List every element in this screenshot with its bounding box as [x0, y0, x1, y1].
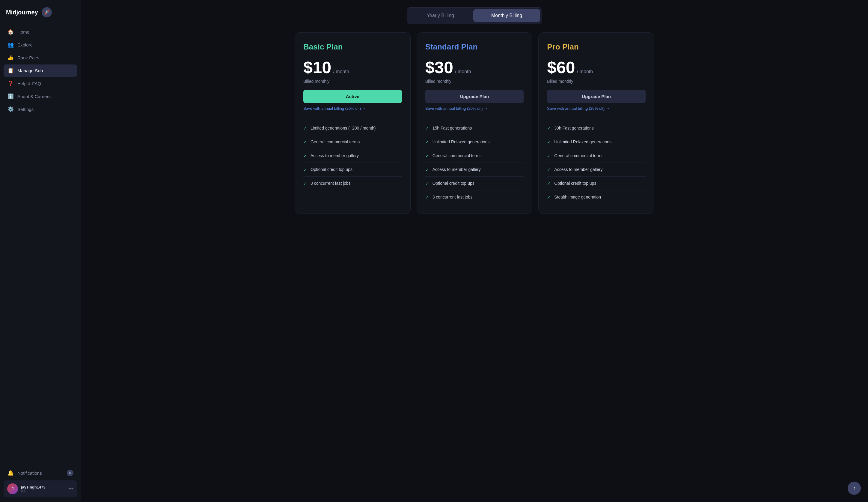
feature-item: ✓ Unlimited Relaxed generations [425, 135, 524, 149]
check-icon: ✓ [303, 140, 307, 145]
plan-price: $60 [547, 58, 575, 77]
feature-item: ✓ 15h Fast generations [425, 121, 524, 135]
explore-icon: 👥 [7, 42, 14, 48]
settings-icon: ⚙️ [7, 106, 14, 112]
yearly-billing-option[interactable]: Yearly Billing [409, 9, 472, 22]
feature-text: Access to member gallery [554, 167, 602, 172]
plan-per: / month [455, 69, 471, 74]
plan-card-standard: Standard Plan $30 / month Billed monthly… [417, 32, 533, 214]
manage-sub-icon: 📋 [7, 68, 14, 74]
sidebar-item-help-faq[interactable]: ❓ Help & FAQ [3, 78, 77, 90]
scroll-to-top-button[interactable]: ↑ [848, 482, 861, 495]
sidebar-item-label: Help & FAQ [17, 81, 41, 86]
feature-item: ✓ 3 concurrent fast jobs [303, 177, 402, 190]
feature-text: Optional credit top ups [554, 181, 596, 186]
check-icon: ✓ [547, 181, 550, 186]
check-icon: ✓ [547, 167, 550, 172]
check-icon: ✓ [547, 154, 550, 158]
sidebar-item-label: Manage Sub [17, 68, 43, 73]
app-name: Midjourney [6, 9, 38, 16]
sidebar-item-label: About & Careers [17, 94, 51, 99]
bell-icon: 🔔 [7, 470, 14, 476]
feature-text: General commercial terms [310, 140, 360, 144]
check-icon: ✓ [425, 126, 429, 131]
billing-toggle-container: Yearly Billing Monthly Billing [91, 7, 858, 24]
feature-text: Unlimited Relaxed generations [554, 140, 611, 144]
chevron-icon: › [72, 107, 73, 112]
user-hash: #0 [21, 489, 65, 493]
feature-item: ✓ General commercial terms [303, 135, 402, 149]
check-icon: ✓ [425, 140, 429, 145]
plans-grid: Basic Plan $10 / month Billed monthly Ac… [294, 32, 654, 214]
feature-text: General commercial terms [433, 153, 482, 158]
plan-price-row: $60 / month [547, 58, 645, 77]
feature-text: 15h Fast generations [433, 126, 472, 131]
plan-pro-button[interactable]: Upgrade Plan [547, 90, 645, 103]
feature-text: Limited generations (~200 / month) [310, 126, 376, 131]
feature-item: ✓ 3 concurrent fast jobs [425, 191, 524, 204]
sidebar-item-about-careers[interactable]: ℹ️ About & Careers [3, 90, 77, 103]
feature-item: ✓ General commercial terms [425, 149, 524, 163]
sidebar-item-rank-pairs[interactable]: 👍 Rank Pairs [3, 52, 77, 64]
sidebar-item-manage-sub[interactable]: 📋 Manage Sub [3, 64, 77, 77]
plan-card-pro: Pro Plan $60 / month Billed monthly Upgr… [538, 32, 654, 214]
plan-name: Pro Plan [547, 42, 645, 52]
feature-text: 3 concurrent fast jobs [433, 195, 473, 199]
plan-standard-button[interactable]: Upgrade Plan [425, 90, 524, 103]
feature-item: ✓ General commercial terms [547, 149, 645, 163]
plan-card-basic: Basic Plan $10 / month Billed monthly Ac… [294, 32, 411, 214]
plan-billed: Billed monthly [303, 79, 402, 84]
plan-save-link[interactable]: Save with annual billing (20% off) → [425, 106, 524, 111]
user-profile[interactable]: J jaysingh1473 #0 ••• [3, 480, 77, 497]
sidebar-logo: Midjourney 🚀 [0, 0, 81, 23]
feature-item: ✓ Stealth image generation [547, 191, 645, 204]
notifications-badge: 0 [67, 470, 73, 476]
monthly-billing-option[interactable]: Monthly Billing [473, 9, 540, 22]
check-icon: ✓ [303, 167, 307, 172]
feature-item: ✓ Access to member gallery [425, 163, 524, 177]
check-icon: ✓ [425, 181, 429, 186]
feature-text: Stealth image generation [554, 195, 601, 199]
rank-pairs-icon: 👍 [7, 54, 14, 61]
plan-price-row: $10 / month [303, 58, 402, 77]
plan-features: ✓ Limited generations (~200 / month) ✓ G… [303, 121, 402, 190]
plan-billed: Billed monthly [547, 79, 645, 84]
check-icon: ✓ [303, 154, 307, 158]
check-icon: ✓ [425, 167, 429, 172]
check-icon: ✓ [547, 140, 550, 145]
plan-price: $10 [303, 58, 331, 77]
feature-item: ✓ Unlimited Relaxed generations [547, 135, 645, 149]
plan-price: $30 [425, 58, 453, 77]
sidebar-item-label: Home [17, 29, 29, 34]
plan-per: / month [577, 69, 593, 74]
billing-toggle: Yearly Billing Monthly Billing [407, 7, 542, 24]
sidebar-item-explore[interactable]: 👥 Explore [3, 39, 77, 51]
plan-name: Standard Plan [425, 42, 524, 52]
check-icon: ✓ [303, 126, 307, 131]
feature-item: ✓ Access to member gallery [547, 163, 645, 177]
user-info: jaysingh1473 #0 [21, 485, 65, 493]
feature-text: 30h Fast generations [554, 126, 594, 131]
plan-save-link[interactable]: Save with annual billing (20% off) → [303, 106, 402, 111]
sidebar-item-home[interactable]: 🏠 Home [3, 26, 77, 38]
feature-text: Optional credit top ups [310, 167, 352, 172]
feature-text: Unlimited Relaxed generations [433, 140, 490, 144]
sidebar-item-settings[interactable]: ⚙️ Settings › [3, 103, 77, 115]
feature-item: ✓ 30h Fast generations [547, 121, 645, 135]
feature-item: ✓ Limited generations (~200 / month) [303, 121, 402, 135]
main-content: Yearly Billing Monthly Billing Basic Pla… [81, 0, 868, 502]
sidebar-item-label: Settings [17, 107, 33, 112]
feature-item: ✓ Optional credit top ups [303, 163, 402, 177]
notifications-item[interactable]: 🔔 Notifications 0 [3, 467, 77, 479]
notifications-label: Notifications [17, 471, 42, 475]
plan-save-link[interactable]: Save with annual billing (20% off) → [547, 106, 645, 111]
check-icon: ✓ [547, 126, 550, 131]
check-icon: ✓ [425, 154, 429, 158]
plan-basic-button[interactable]: Active [303, 90, 402, 103]
user-name: jaysingh1473 [21, 485, 65, 489]
plan-features: ✓ 15h Fast generations ✓ Unlimited Relax… [425, 121, 524, 204]
feature-item: ✓ Optional credit top ups [425, 177, 524, 191]
plan-features: ✓ 30h Fast generations ✓ Unlimited Relax… [547, 121, 645, 204]
avatar: J [7, 483, 18, 494]
feature-text: Access to member gallery [310, 153, 359, 158]
